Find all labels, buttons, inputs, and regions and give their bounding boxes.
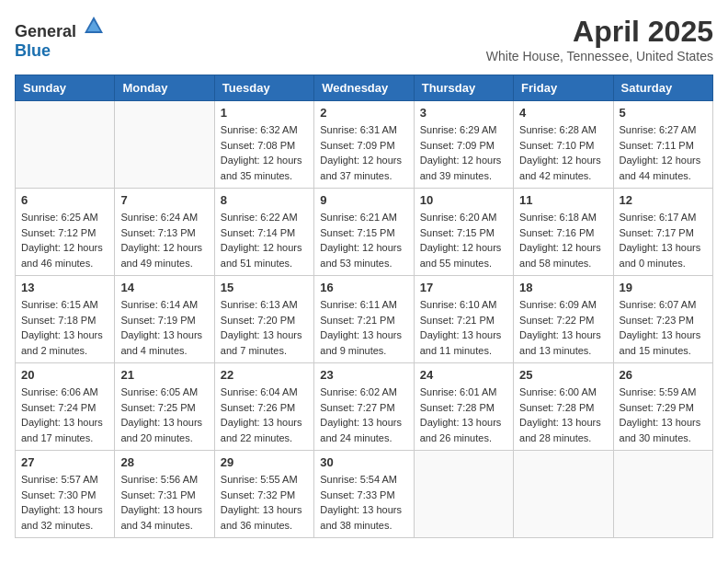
day-number: 22 [221, 368, 308, 382]
day-info-line: Daylight: 12 hours and 35 minutes. [221, 155, 302, 181]
month-title: April 2025 [486, 15, 713, 49]
day-number: 18 [519, 281, 607, 294]
weekday-header: Wednesday [314, 75, 414, 101]
calendar-day-cell: 27Sunrise: 5:57 AMSunset: 7:30 PMDayligh… [16, 451, 115, 538]
day-number: 23 [320, 368, 407, 382]
day-info-line: Sunset: 7:15 PM [420, 227, 495, 238]
day-info-line: Sunset: 7:33 PM [320, 489, 394, 500]
day-info-line: Sunrise: 6:18 AM [519, 212, 597, 223]
day-info-line: Daylight: 13 hours and 7 minutes. [221, 329, 302, 356]
day-info-line: Daylight: 13 hours and 30 minutes. [620, 417, 701, 443]
day-info-line: Sunset: 7:24 PM [21, 402, 96, 413]
day-info-line: Sunset: 7:18 PM [21, 315, 96, 326]
day-number: 12 [620, 193, 707, 207]
day-info-line: Daylight: 13 hours and 11 minutes. [420, 329, 502, 356]
day-number: 4 [519, 106, 607, 120]
day-info-line: Daylight: 12 hours and 46 minutes. [21, 242, 103, 269]
day-info-line: Daylight: 12 hours and 55 minutes. [420, 242, 502, 269]
day-info: Sunrise: 6:06 AMSunset: 7:24 PMDaylight:… [21, 385, 108, 445]
day-info-line: Sunset: 7:10 PM [519, 140, 594, 151]
day-info: Sunrise: 6:05 AMSunset: 7:25 PMDaylight:… [120, 385, 208, 445]
calendar-day-cell: 13Sunrise: 6:15 AMSunset: 7:18 PMDayligh… [16, 276, 115, 363]
day-info-line: Sunset: 7:30 PM [21, 489, 96, 500]
weekday-header: Thursday [414, 75, 513, 101]
calendar-day-cell: 29Sunrise: 5:55 AMSunset: 7:32 PMDayligh… [214, 451, 313, 538]
day-info-line: Sunset: 7:20 PM [221, 315, 295, 326]
day-info-line: Sunset: 7:19 PM [120, 315, 195, 326]
calendar-week-row: 1Sunrise: 6:32 AMSunset: 7:08 PMDaylight… [16, 101, 713, 189]
day-info: Sunrise: 6:21 AMSunset: 7:15 PMDaylight:… [320, 210, 407, 270]
weekday-header: Friday [514, 75, 613, 101]
day-info-line: Sunrise: 5:57 AM [21, 474, 98, 485]
day-info-line: Sunset: 7:09 PM [320, 140, 394, 151]
day-number: 1 [221, 106, 308, 120]
day-info-line: Daylight: 13 hours and 38 minutes. [320, 504, 402, 531]
day-info: Sunrise: 6:17 AMSunset: 7:17 PMDaylight:… [620, 210, 707, 270]
day-number: 8 [221, 193, 308, 207]
day-info-line: Sunrise: 6:31 AM [320, 124, 397, 135]
day-info: Sunrise: 6:31 AMSunset: 7:09 PMDaylight:… [320, 122, 407, 183]
day-info-line: Sunset: 7:09 PM [420, 140, 495, 151]
weekday-header: Tuesday [214, 75, 313, 101]
calendar-day-cell: 16Sunrise: 6:11 AMSunset: 7:21 PMDayligh… [314, 276, 414, 363]
day-info: Sunrise: 6:25 AMSunset: 7:12 PMDaylight:… [21, 210, 108, 270]
day-info-line: Sunset: 7:08 PM [221, 140, 295, 151]
day-info-line: Daylight: 12 hours and 42 minutes. [519, 155, 601, 181]
calendar-day-cell: 15Sunrise: 6:13 AMSunset: 7:20 PMDayligh… [214, 276, 313, 363]
title-block: April 2025 White House, Tennessee, Unite… [486, 15, 713, 63]
calendar-day-cell: 19Sunrise: 6:07 AMSunset: 7:23 PMDayligh… [613, 276, 712, 363]
day-info-line: Daylight: 13 hours and 17 minutes. [21, 417, 103, 443]
calendar-day-cell: 26Sunrise: 5:59 AMSunset: 7:29 PMDayligh… [613, 363, 712, 451]
day-info-line: Daylight: 12 hours and 39 minutes. [420, 155, 502, 181]
calendar-day-cell [514, 451, 613, 538]
calendar-day-cell: 5Sunrise: 6:27 AMSunset: 7:11 PMDaylight… [613, 101, 712, 189]
logo-icon [83, 15, 105, 37]
day-info: Sunrise: 6:29 AMSunset: 7:09 PMDaylight:… [420, 122, 507, 183]
day-info-line: Daylight: 12 hours and 53 minutes. [320, 242, 402, 269]
day-number: 26 [620, 368, 707, 382]
day-info-line: Sunset: 7:11 PM [620, 140, 694, 151]
day-info: Sunrise: 5:59 AMSunset: 7:29 PMDaylight:… [620, 385, 707, 445]
day-info-line: Sunset: 7:32 PM [221, 489, 295, 500]
calendar-day-cell: 14Sunrise: 6:14 AMSunset: 7:19 PMDayligh… [115, 276, 214, 363]
calendar-day-cell: 10Sunrise: 6:20 AMSunset: 7:15 PMDayligh… [414, 189, 513, 276]
calendar-day-cell: 9Sunrise: 6:21 AMSunset: 7:15 PMDaylight… [314, 189, 414, 276]
day-info-line: Sunrise: 6:25 AM [21, 212, 98, 223]
day-number: 10 [420, 193, 507, 207]
calendar-week-row: 13Sunrise: 6:15 AMSunset: 7:18 PMDayligh… [16, 276, 713, 363]
calendar-day-cell: 24Sunrise: 6:01 AMSunset: 7:28 PMDayligh… [414, 363, 513, 451]
day-info-line: Sunrise: 6:00 AM [519, 386, 597, 397]
location-title: White House, Tennessee, United States [486, 49, 713, 63]
day-number: 15 [221, 281, 308, 294]
calendar-table: SundayMondayTuesdayWednesdayThursdayFrid… [15, 75, 713, 538]
day-info-line: Daylight: 13 hours and 4 minutes. [120, 329, 202, 356]
day-info: Sunrise: 6:10 AMSunset: 7:21 PMDaylight:… [420, 297, 507, 358]
day-number: 27 [21, 455, 108, 469]
day-info-line: Sunrise: 6:15 AM [21, 299, 98, 310]
day-info: Sunrise: 6:20 AMSunset: 7:15 PMDaylight:… [420, 210, 507, 270]
day-info-line: Sunset: 7:29 PM [620, 402, 694, 413]
calendar-day-cell: 1Sunrise: 6:32 AMSunset: 7:08 PMDaylight… [214, 101, 313, 189]
weekday-header: Saturday [613, 75, 712, 101]
day-info-line: Sunset: 7:15 PM [320, 227, 394, 238]
calendar-day-cell: 23Sunrise: 6:02 AMSunset: 7:27 PMDayligh… [314, 363, 414, 451]
day-number: 16 [320, 281, 407, 294]
day-number: 6 [21, 193, 108, 207]
calendar-day-cell [414, 451, 513, 538]
page-header: General Blue April 2025 White House, Ten… [15, 15, 713, 63]
day-info-line: Sunset: 7:14 PM [221, 227, 295, 238]
day-info-line: Sunset: 7:31 PM [120, 489, 195, 500]
day-number: 19 [620, 281, 707, 294]
day-info-line: Sunset: 7:21 PM [320, 315, 394, 326]
day-info-line: Sunrise: 6:32 AM [221, 124, 298, 135]
day-info-line: Sunset: 7:17 PM [620, 227, 694, 238]
day-info-line: Sunrise: 6:28 AM [519, 124, 597, 135]
calendar-week-row: 20Sunrise: 6:06 AMSunset: 7:24 PMDayligh… [16, 363, 713, 451]
day-info-line: Daylight: 12 hours and 51 minutes. [221, 242, 302, 269]
calendar-week-row: 27Sunrise: 5:57 AMSunset: 7:30 PMDayligh… [16, 451, 713, 538]
day-number: 24 [420, 368, 507, 382]
day-info-line: Sunrise: 6:04 AM [221, 386, 298, 397]
day-info: Sunrise: 6:18 AMSunset: 7:16 PMDaylight:… [519, 210, 607, 270]
day-info-line: Daylight: 12 hours and 49 minutes. [120, 242, 202, 269]
day-info: Sunrise: 6:01 AMSunset: 7:28 PMDaylight:… [420, 385, 507, 445]
